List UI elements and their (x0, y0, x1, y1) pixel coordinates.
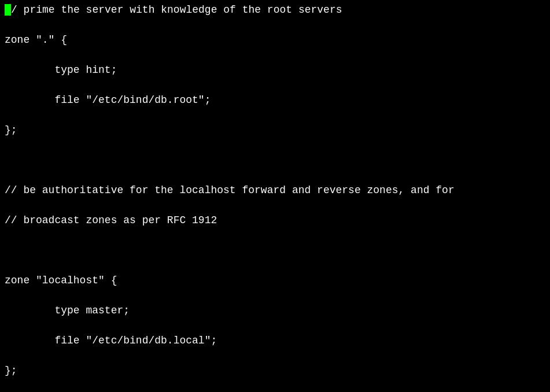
code-line: / prime the server with knowledge of the… (5, 2, 545, 17)
code-editor[interactable]: / prime the server with knowledge of the… (0, 0, 550, 392)
code-line: file "/etc/bind/db.local"; (5, 333, 545, 348)
code-line: type hint; (5, 62, 545, 77)
code-line: // broadcast zones as per RFC 1912 (5, 213, 545, 228)
code-line: }; (5, 363, 545, 378)
code-line (5, 153, 545, 168)
code-line: zone "localhost" { (5, 273, 545, 288)
code-line: // be authoritative for the localhost fo… (5, 183, 545, 198)
code-line: type master; (5, 303, 545, 318)
code-line (5, 243, 545, 258)
code-line: zone "." { (5, 32, 545, 47)
code-line: file "/etc/bind/db.root"; (5, 93, 545, 108)
code-line: }; (5, 123, 545, 138)
cursor-block (5, 4, 11, 16)
